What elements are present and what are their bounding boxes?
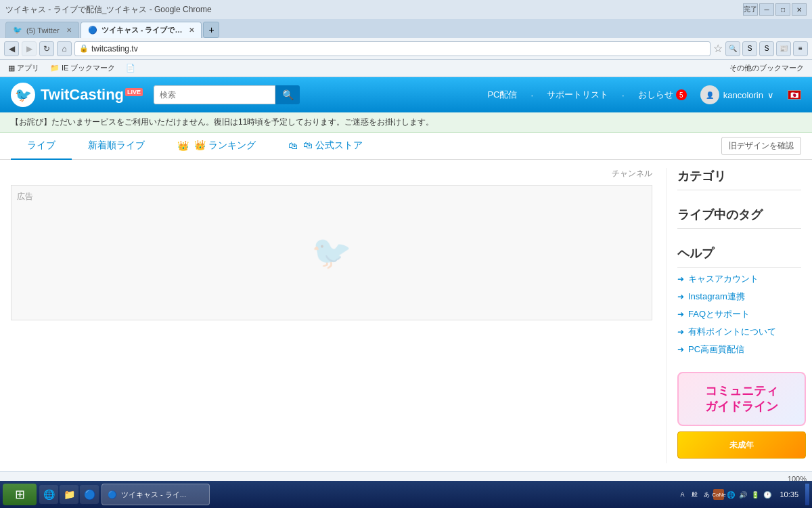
content-area: チャンネル 広告 🐦 カテゴリ ライブ中のタグ ヘルプ ➜ キャスアカウント [0,160,812,471]
twitcasting-favicon: 🔵 [88,26,97,35]
bookmarks-other[interactable]: その他のブックマーク [727,62,807,75]
bookmarks-ie[interactable]: 📁 IE ブックマーク [47,62,118,75]
tab-bar: 🐦 (5) Twitter ✕ 🔵 ツイキャス - ライブで… ✕ + [0,19,812,38]
address-bar[interactable]: 🔒 twitcasting.tv [74,41,710,56]
reload-button[interactable]: ↻ [39,41,54,56]
title-bar: ツイキャス - ライブで配信_ツイキャス - Google Chrome 完了 … [0,0,812,19]
taskbar-twitcasting-app[interactable]: 🔵 ツイキャス - ライ... [102,484,210,505]
bookmarks-bar: ▦ アプリ 📁 IE ブックマーク 📄 その他のブックマーク [0,60,812,77]
arrow-icon-3: ➜ [677,310,684,319]
help-title: ヘルプ [677,245,801,268]
old-design-area: 旧デザインを確認 [721,137,801,155]
logo-area: 🐦 TwitCastingLIVE [11,83,143,107]
arrow-icon-2: ➜ [677,292,684,301]
help-cast-account[interactable]: ➜ キャスアカウント [677,273,801,285]
new-tab-btn[interactable]: + [203,22,219,38]
nav-support-list[interactable]: サポートリスト [547,89,608,101]
sidebar: カテゴリ ライブ中のタグ ヘルプ ➜ キャスアカウント ➜ Instagram連… [666,168,801,463]
tray-icon-kana[interactable]: あ [701,489,712,500]
channel-label: チャンネル [11,168,652,179]
search-area: 🔍 [154,85,300,104]
tags-title: ライブ中のタグ [677,207,801,229]
browser-chrome: ツイキャス - ライブで配信_ツイキャス - Google Chrome 完了 … [0,0,812,77]
close-btn[interactable]: ✕ [792,3,807,16]
show-desktop-btn[interactable] [805,484,809,505]
arrow-icon-4: ➜ [677,327,684,337]
help-paid-points[interactable]: ➜ 有料ポイントについて [677,326,801,338]
main-content: チャンネル 広告 🐦 [11,168,666,463]
home-button[interactable]: ⌂ [57,41,72,56]
nav-new-live[interactable]: 新着順ライブ [72,133,161,160]
maximize-btn[interactable]: □ [775,3,790,16]
language-flag[interactable]: 🇯🇵 [788,90,801,100]
ext-search[interactable]: 🔍 [725,41,740,56]
help-faq[interactable]: ➜ FAQとサポート [677,308,801,320]
old-design-button[interactable]: 旧デザインを確認 [721,137,801,155]
nav-notifications[interactable]: おしらせ 5 [638,89,687,101]
nav-official-store[interactable]: 🛍🛍 公式ストア [272,133,379,160]
logo-bird: 🐦 [11,83,35,107]
site-header: 🐦 TwitCastingLIVE 🔍 PC配信 · サポートリスト · おしら… [0,77,812,112]
start-button[interactable]: ⊞ [3,484,37,505]
ad-label: 広告 [17,191,33,203]
ie-bookmarks-label: IE ブックマーク [62,63,115,73]
username: kancolorin [723,90,763,100]
arrow-icon: ➜ [677,274,684,284]
search-input[interactable] [154,85,275,104]
apps-label: アプリ [17,63,39,73]
back-button[interactable]: ◀ [4,41,19,56]
tray-icon-A[interactable]: A [677,489,687,500]
twitcasting-app-label: ツイキャス - ライ... [121,490,186,500]
twitter-tab-label: (5) Twitter [26,26,60,35]
taskbar-folder-icon[interactable]: 📁 [60,485,78,504]
help-instagram[interactable]: ➜ Instagram連携 [677,291,801,303]
tray-icon-clock[interactable]: 🕐 [762,489,773,500]
search-button[interactable]: 🔍 [275,85,300,104]
twitter-tab-close[interactable]: ✕ [66,26,72,34]
lock-icon: 🔒 [79,44,89,53]
nav-pc-broadcast[interactable]: PC配信 [487,89,517,101]
forward-button[interactable]: ▶ [22,41,37,56]
windows-start-icon: ⊞ [15,487,25,502]
taskbar-quick-launch: 🌐 📁 🔵 [39,485,99,504]
ext-rss[interactable]: 📰 [776,41,791,56]
ad-placeholder-icon: 🐦 [311,234,352,272]
tab-twitter[interactable]: 🐦 (5) Twitter ✕ [5,22,79,38]
chrome-menu[interactable]: ≡ [793,41,808,56]
time-text: 10:35 [780,490,798,499]
taskbar-chrome-icon[interactable]: 🔵 [80,485,99,504]
tray-icon-sound[interactable]: 🔊 [738,489,748,500]
tab-twitcasting[interactable]: 🔵 ツイキャス - ライブで… ✕ [81,22,202,38]
bookmarks-apps[interactable]: ▦ アプリ [5,62,42,75]
community-banner[interactable]: コミュニティ ガイドライン [677,372,806,426]
help-pc-hd[interactable]: ➜ PC高画質配信 [677,343,801,356]
taskbar-ie-icon[interactable]: 🌐 [39,485,58,504]
extension-icons: 🔍 S S 📰 ≡ [725,41,808,56]
address-text: twitcasting.tv [91,44,138,54]
complete-btn[interactable]: 完了 [743,3,758,16]
ext-skype2[interactable]: S [759,41,774,56]
tray-icon-han[interactable]: 般 [689,489,700,500]
bookmark-star[interactable]: ☆ [713,42,723,55]
doc-icon: 📄 [126,64,135,72]
nav-ranking[interactable]: 👑👑 ランキング [161,133,272,160]
minimize-btn[interactable]: ─ [759,3,774,16]
site-content: 🐦 TwitCastingLIVE 🔍 PC配信 · サポートリスト · おしら… [0,77,812,471]
minor-banner[interactable]: 未成年 [677,431,806,459]
bookmarks-doc[interactable]: 📄 [123,62,138,74]
user-avatar: 👤 [700,85,719,104]
tray-icon-battery[interactable]: 🔋 [750,489,761,500]
sidebar-help-section: ヘルプ ➜ キャスアカウント ➜ Instagram連携 ➜ FAQとサポート … [677,245,801,356]
twitcasting-tab-close[interactable]: ✕ [189,26,194,34]
nav-live[interactable]: ライブ [11,133,72,160]
community-text: コミュニティ ガイドライン [705,383,778,415]
time-display[interactable]: 10:35 [775,490,803,499]
user-menu[interactable]: 👤 kancolorin ∨ [700,85,774,104]
tray-icon-caps[interactable]: CaNe [713,489,724,500]
main-nav: ライブ 新着順ライブ 👑👑 ランキング 🛍🛍 公式ストア 旧デザインを確認 [0,133,812,160]
title-bar-controls: 完了 ─ □ ✕ [743,3,807,16]
minor-label: 未成年 [729,440,754,451]
tray-icon-network[interactable]: 🌐 [725,489,736,500]
ext-skype1[interactable]: S [742,41,757,56]
notice-text: 【お詫び】ただいまサービスをご利用いただけません。復旧は11時頃を予定しておりま… [11,117,434,127]
